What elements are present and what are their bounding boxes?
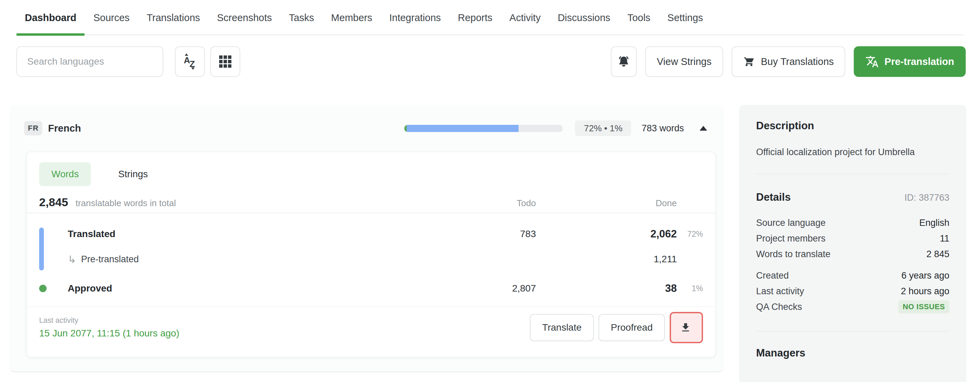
description-text: Official localization project for Umbrel… [756,147,950,158]
translated-bar-marker [39,228,44,271]
approved-todo: 2,807 [441,283,536,294]
tab-settings[interactable]: Settings [659,0,711,35]
sidebar-divider [756,331,950,331]
tab-discussions[interactable]: Discussions [549,0,619,35]
detail-row-words-to-translate: Words to translate 2 845 [756,246,950,262]
tab-members[interactable]: Members [323,0,381,35]
language-code-badge: FR [24,121,42,135]
description-title: Description [756,120,950,132]
translate-button[interactable]: Translate [530,314,594,341]
grid-view-button[interactable] [210,46,240,77]
managers-title: Managers [756,347,950,359]
translate-icon [865,55,879,68]
detail-label: Last activity [756,286,804,297]
approved-percent: 1% [677,284,703,293]
buy-translations-label: Buy Translations [761,56,834,67]
cart-icon [743,56,756,68]
progress-translated-segment [407,125,519,132]
detail-value: 11 [940,233,950,244]
detail-label: Created [756,271,789,281]
download-button[interactable] [670,312,703,343]
column-header-todo: Todo [441,198,536,209]
detail-value: English [919,218,950,228]
pretranslated-label: Pre-translated [81,254,139,265]
download-icon [681,322,692,333]
progress-approved-segment [404,125,407,132]
translated-done: 2,062 [536,228,677,240]
language-card-french: FR French 72% • 1% 783 words Words Strin… [9,105,724,372]
notification-bell-icon [617,54,630,69]
tab-tasks[interactable]: Tasks [280,0,323,35]
sidebar-divider [756,174,950,174]
approved-dot-marker [39,285,47,292]
last-activity-value: 15 Jun 2077, 11:15 (1 hours ago) [39,328,525,339]
detail-value: 2 hours ago [901,286,950,297]
detail-row-last-activity: Last activity 2 hours ago [756,283,950,299]
view-strings-button[interactable]: View Strings [645,46,723,77]
total-words-value: 2,845 [39,196,68,209]
qa-checks-label: QA Checks [756,302,802,312]
detail-value: 2 845 [926,249,950,259]
detail-label: Words to translate [756,249,830,259]
tab-sources[interactable]: Sources [85,0,138,35]
proofread-button[interactable]: Proofread [598,314,665,341]
tab-translations[interactable]: Translations [138,0,208,35]
sort-az-icon: A Z [182,53,198,70]
translation-progress-bar [404,125,563,132]
toolbar: A Z [0,46,980,77]
sub-branch-icon: ↳ [68,253,76,265]
approved-done: 38 [536,282,677,294]
words-todo-count: 783 words [641,123,684,134]
stat-row-approved: Approved 2,807 38 1% [39,280,703,297]
tab-strings[interactable]: Strings [106,162,160,186]
tab-words[interactable]: Words [39,162,91,186]
detail-row-source-language: Source language English [756,215,950,231]
sort-az-button[interactable]: A Z [175,46,205,77]
language-card-header[interactable]: FR French 72% • 1% 783 words [9,105,724,152]
grid-view-icon [219,56,231,68]
top-nav: Dashboard Sources Translations Screensho… [0,0,980,35]
project-details-sidebar: Description Official localization projec… [739,105,966,382]
tab-screenshots[interactable]: Screenshots [208,0,280,35]
column-header-done: Done [536,198,677,209]
pre-translation-button[interactable]: Pre-translation [854,46,966,77]
translated-percent: 72% [677,229,703,239]
tab-dashboard[interactable]: Dashboard [16,0,85,35]
totals-row: 2,845 translatable words in total Todo D… [27,186,715,211]
notifications-button[interactable] [611,46,637,77]
detail-label: Source language [756,218,826,228]
pretranslated-done: 1,211 [536,254,677,265]
buy-translations-button[interactable]: Buy Translations [732,46,845,77]
progress-percent-badge: 72% • 1% [575,120,631,136]
approved-label: Approved [68,283,441,294]
translated-todo: 783 [441,229,536,239]
pre-translation-label: Pre-translation [885,56,954,67]
detail-label: Project members [756,233,826,244]
last-activity-label: Last activity [39,316,525,325]
tab-integrations[interactable]: Integrations [381,0,450,35]
total-words-caption: translatable words in total [76,198,176,209]
search-input[interactable] [16,46,163,77]
detail-value: 6 years ago [901,271,950,281]
details-title: Details [756,191,791,204]
tab-activity[interactable]: Activity [501,0,549,35]
tab-reports[interactable]: Reports [450,0,501,35]
stat-row-pretranslated: ↳ Pre-translated 1,211 [39,251,703,268]
detail-row-project-members: Project members 11 [756,231,950,246]
detail-row-created: Created 6 years ago [756,268,950,283]
detail-row-qa-checks: QA Checks NO ISSUES [756,299,950,315]
stat-row-translated: Translated 783 2,062 72% [39,226,703,242]
language-name: French [48,123,81,134]
view-strings-label: View Strings [657,56,711,67]
project-id: ID: 387763 [904,193,950,203]
qa-status-badge: NO ISSUES [898,300,950,313]
tab-tools[interactable]: Tools [619,0,659,35]
stats-card: Words Strings 2,845 translatable words i… [27,152,716,357]
project-dashboard: Dashboard Sources Translations Screensho… [0,0,980,382]
translated-label: Translated [68,229,441,239]
collapse-caret-icon[interactable] [700,126,707,131]
